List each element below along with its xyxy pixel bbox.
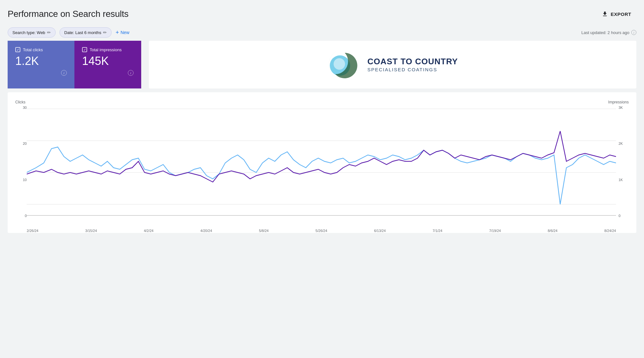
export-button[interactable]: EXPORT [602,11,631,17]
impressions-help-icon[interactable]: i [128,70,134,76]
x-label-2: 4/2/24 [144,229,154,233]
x-label-0: 2/26/24 [27,229,38,233]
svg-point-2 [334,58,345,70]
chart-area: 30 20 10 0 [15,106,629,227]
y-right-max: 3K [619,106,629,109]
left-axis-label: Clicks [15,100,25,104]
logo-text: COAST TO COUNTRY SPECIALISED COATINGS [367,57,458,72]
header-bar: Performance on Search results EXPORT [0,0,644,24]
x-label-9: 8/6/24 [548,229,557,233]
clicks-footer: i [15,70,67,76]
y-right-zero: 0 [619,214,629,218]
clicks-header: Total clicks [15,47,67,52]
x-label-10: 8/24/24 [604,229,616,233]
metrics-cards: Total clicks 1.2K i Total impressions 14… [8,41,141,88]
top-area: Total clicks 1.2K i Total impressions 14… [0,41,644,88]
last-updated: Last updated: 2 hours ago i [581,30,636,35]
x-label-7: 7/1/24 [433,229,442,233]
logo-container: COAST TO COUNTRY SPECIALISED COATINGS [327,47,458,82]
chart-axes-row: Clicks Impressions [15,100,629,104]
x-label-1: 3/15/24 [85,229,97,233]
impressions-card: Total impressions 145K i [74,41,141,88]
info-icon: i [631,30,636,35]
logo-main-text: COAST TO COUNTRY [367,57,458,67]
impressions-label: Total impressions [90,47,121,52]
logo-area: COAST TO COUNTRY SPECIALISED COATINGS [149,41,636,88]
x-label-8: 7/19/24 [489,229,501,233]
y-left-zero: 0 [15,214,27,218]
impressions-checkbox[interactable] [82,47,87,52]
chart-svg [27,106,616,227]
search-type-edit-icon: ✏ [47,30,51,35]
x-label-4: 5/8/24 [259,229,269,233]
y-axis-left: 30 20 10 0 [15,106,27,227]
export-icon [602,11,608,17]
clicks-label: Total clicks [23,47,43,52]
filters-row: Search type: Web ✏ Date: Last 6 months ✏… [0,24,644,41]
x-label-3: 4/20/24 [200,229,212,233]
chart-section: Clicks Impressions 30 20 10 0 [8,92,636,233]
page-title: Performance on Search results [8,9,128,19]
x-label-6: 6/13/24 [374,229,386,233]
impressions-header: Total impressions [82,47,134,52]
x-label-5: 5/26/24 [315,229,327,233]
date-edit-icon: ✏ [103,30,107,35]
clicks-value: 1.2K [15,55,67,67]
logo-sub-text: SPECIALISED COATINGS [367,67,458,73]
y-right-mid: 2K [619,142,629,145]
y-right-low: 1K [619,178,629,182]
y-left-low: 10 [15,178,27,182]
date-label: Date: Last 6 months [64,30,101,35]
right-axis-label: Impressions [608,100,629,104]
clicks-help-icon[interactable]: i [61,70,67,76]
date-filter[interactable]: Date: Last 6 months ✏ [59,27,112,38]
impressions-footer: i [82,70,134,76]
chart-canvas: 2/26/24 3/15/24 4/2/24 4/20/24 5/8/24 5/… [27,106,616,227]
clicks-checkbox[interactable] [15,47,20,52]
page-wrapper: Performance on Search results EXPORT Sea… [0,0,644,358]
plus-icon: + [115,29,119,36]
last-updated-text: Last updated: 2 hours ago [581,30,629,35]
clicks-card: Total clicks 1.2K i [8,41,74,88]
export-label: EXPORT [611,11,631,17]
brand-logo [327,47,362,82]
impressions-value: 145K [82,55,134,67]
x-axis-labels: 2/26/24 3/15/24 4/2/24 4/20/24 5/8/24 5/… [27,228,616,233]
search-type-filter[interactable]: Search type: Web ✏ [8,27,56,38]
y-axis-right: 3K 2K 1K 0 [616,106,629,227]
new-button[interactable]: + New [115,29,129,36]
new-label: New [121,30,129,35]
y-left-max: 30 [15,106,27,109]
search-type-label: Search type: Web [12,30,45,35]
y-left-mid: 20 [15,142,27,145]
